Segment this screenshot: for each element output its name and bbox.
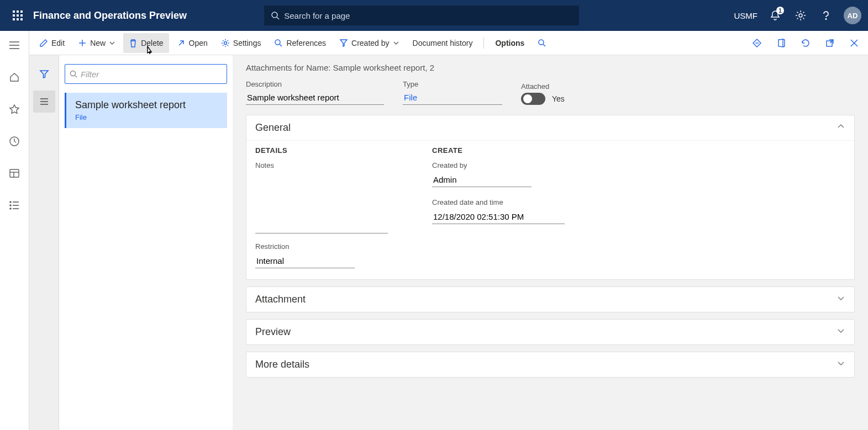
open-button[interactable]: Open	[171, 33, 213, 53]
create-heading: CREATE	[432, 146, 565, 155]
type-field[interactable]: File	[403, 91, 502, 105]
notes-field[interactable]	[255, 173, 388, 233]
svg-rect-3	[13, 14, 15, 17]
svg-rect-7	[17, 18, 19, 20]
search-input[interactable]	[284, 11, 572, 20]
options-tab[interactable]: Options	[490, 33, 530, 53]
popout-icon	[825, 38, 835, 48]
notes-label: Notes	[255, 161, 388, 169]
top-bar: Finance and Operations Preview USMF 1 AD	[0, 0, 868, 31]
list-filter[interactable]	[65, 64, 227, 84]
delete-label: Delete	[141, 39, 163, 47]
notification-badge: 1	[776, 7, 784, 14]
nav-recent[interactable]	[3, 130, 25, 152]
nav-modules[interactable]	[3, 194, 25, 216]
list-view-button[interactable]	[33, 91, 55, 113]
delete-button[interactable]: Delete	[123, 33, 169, 53]
page-title: Attachments for Name: Sample worksheet r…	[246, 63, 855, 72]
page-search-button[interactable]	[532, 33, 552, 53]
help-button[interactable]	[818, 8, 834, 23]
svg-point-12	[825, 19, 827, 20]
svg-rect-4	[17, 14, 19, 17]
list-pane: Sample worksheet report File	[59, 55, 233, 430]
detail-pane: Attachments for Name: Sample worksheet r…	[233, 55, 868, 430]
svg-rect-1	[17, 10, 19, 13]
list-item[interactable]: Sample worksheet report File	[65, 93, 227, 128]
separator	[483, 38, 484, 49]
svg-point-11	[799, 14, 802, 17]
edit-button[interactable]: Edit	[34, 33, 70, 53]
references-button[interactable]: References	[269, 33, 332, 53]
question-icon	[820, 10, 832, 21]
home-icon	[9, 72, 20, 83]
nav-rail	[0, 31, 29, 430]
open-arrow-icon	[177, 39, 186, 47]
chevron-down-icon	[837, 294, 845, 305]
list-item-title: Sample worksheet report	[75, 99, 218, 111]
attach-button[interactable]	[748, 34, 766, 52]
fasttab-attachment: Attachment	[246, 286, 855, 312]
workspace-icon	[9, 168, 20, 179]
svg-point-20	[10, 201, 11, 203]
created-dt-label: Created date and time	[432, 198, 565, 206]
filter-input[interactable]	[81, 70, 222, 79]
fasttab-attachment-header[interactable]: Attachment	[246, 287, 854, 312]
attached-text: Yes	[552, 94, 565, 103]
created-by-field	[432, 173, 532, 187]
search-icon	[271, 11, 280, 20]
new-button[interactable]: New	[72, 33, 121, 53]
svg-point-28	[224, 41, 227, 44]
options-label: Options	[495, 39, 524, 47]
description-field[interactable]	[246, 91, 384, 105]
fasttab-general-title: General	[255, 122, 291, 134]
svg-line-30	[280, 44, 282, 46]
svg-rect-6	[13, 18, 15, 20]
diamond-icon	[752, 38, 762, 48]
waffle-icon[interactable]	[7, 0, 29, 31]
attached-toggle[interactable]	[521, 93, 545, 105]
search-icon	[538, 39, 546, 47]
fasttab-general: General DETAILS Notes Restriction	[246, 115, 855, 280]
svg-point-9	[272, 12, 277, 18]
created-by-filter[interactable]: Created by	[334, 33, 404, 53]
nav-menu-button[interactable]	[3, 34, 25, 56]
restriction-label: Restriction	[255, 242, 388, 251]
office-button[interactable]	[772, 34, 791, 52]
details-heading: DETAILS	[255, 146, 388, 155]
svg-line-32	[543, 44, 545, 46]
type-label: Type	[403, 80, 502, 88]
svg-rect-2	[20, 10, 23, 13]
restriction-field[interactable]	[255, 254, 355, 268]
popout-button[interactable]	[820, 34, 839, 52]
created-by-label: Created by	[432, 161, 565, 169]
open-label: Open	[189, 39, 208, 47]
funnel-icon	[339, 39, 348, 47]
svg-rect-8	[20, 18, 23, 20]
svg-point-29	[275, 40, 280, 45]
fasttab-preview: Preview	[246, 319, 855, 345]
fasttab-more-details: More details	[246, 352, 855, 378]
gear-icon	[795, 10, 806, 21]
fasttab-more-details-header[interactable]: More details	[246, 352, 854, 377]
references-label: References	[286, 39, 326, 47]
funnel-icon	[39, 69, 49, 79]
fasttab-general-header[interactable]: General	[246, 115, 854, 140]
close-button[interactable]	[845, 34, 864, 52]
user-avatar[interactable]: AD	[844, 7, 861, 24]
document-history-button[interactable]: Document history	[407, 33, 478, 53]
settings-button[interactable]	[793, 8, 808, 23]
nav-workspaces[interactable]	[3, 162, 25, 184]
list-toolbar	[29, 55, 59, 430]
fasttab-preview-header[interactable]: Preview	[246, 320, 854, 344]
global-search[interactable]	[264, 6, 579, 25]
created-by-label: Created by	[351, 39, 389, 47]
company-selector[interactable]: USMF	[734, 11, 757, 20]
hamburger-icon	[9, 41, 20, 50]
notifications-button[interactable]: 1	[767, 8, 783, 23]
clock-icon	[9, 136, 20, 147]
refresh-button[interactable]	[796, 34, 815, 52]
settings-command[interactable]: Settings	[215, 33, 267, 53]
nav-favorites[interactable]	[3, 98, 25, 120]
filter-panel-button[interactable]	[33, 63, 55, 85]
nav-home[interactable]	[3, 66, 25, 88]
